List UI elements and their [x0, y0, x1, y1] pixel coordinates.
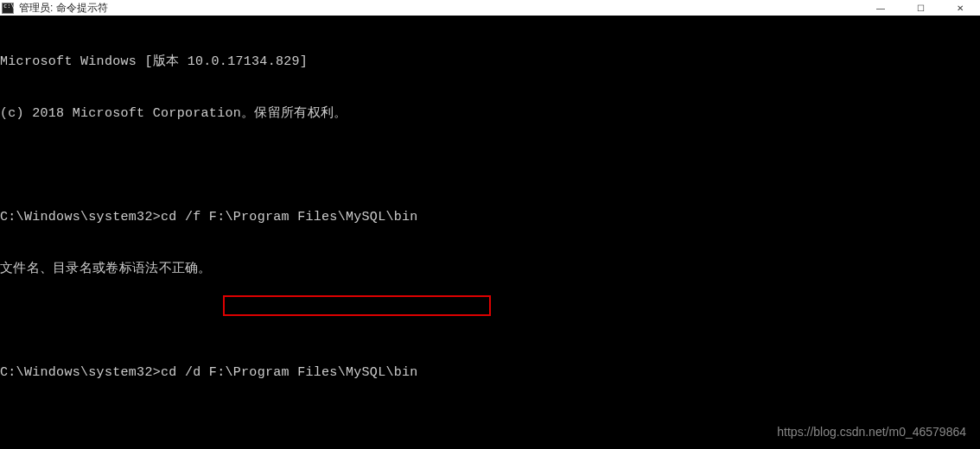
titlebar: 管理员: 命令提示符 — ☐ ✕ — [0, 0, 980, 16]
cmd-icon — [2, 3, 14, 14]
terminal-line: Microsoft Windows [版本 10.0.17134.829] — [0, 54, 980, 71]
titlebar-left: 管理员: 命令提示符 — [2, 1, 108, 16]
terminal-blank — [0, 313, 980, 330]
maximize-button[interactable]: ☐ — [900, 0, 940, 16]
minimize-button[interactable]: — — [861, 0, 900, 16]
watermark: https://blog.csdn.net/m0_46579864 — [777, 425, 966, 439]
terminal-output[interactable]: Microsoft Windows [版本 10.0.17134.829] (c… — [0, 16, 980, 449]
window-title: 管理员: 命令提示符 — [19, 1, 108, 16]
terminal-line: C:\Windows\system32>cd /d F:\Program Fil… — [0, 364, 980, 382]
terminal-blank — [0, 157, 980, 174]
window-controls: — ☐ ✕ — [861, 0, 980, 16]
terminal-line: (c) 2018 Microsoft Corporation。保留所有权利。 — [0, 105, 980, 123]
close-button[interactable]: ✕ — [940, 0, 980, 16]
terminal-line: C:\Windows\system32>cd /f F:\Program Fil… — [0, 209, 980, 226]
terminal-line: 文件名、目录名或卷标语法不正确。 — [0, 261, 980, 278]
